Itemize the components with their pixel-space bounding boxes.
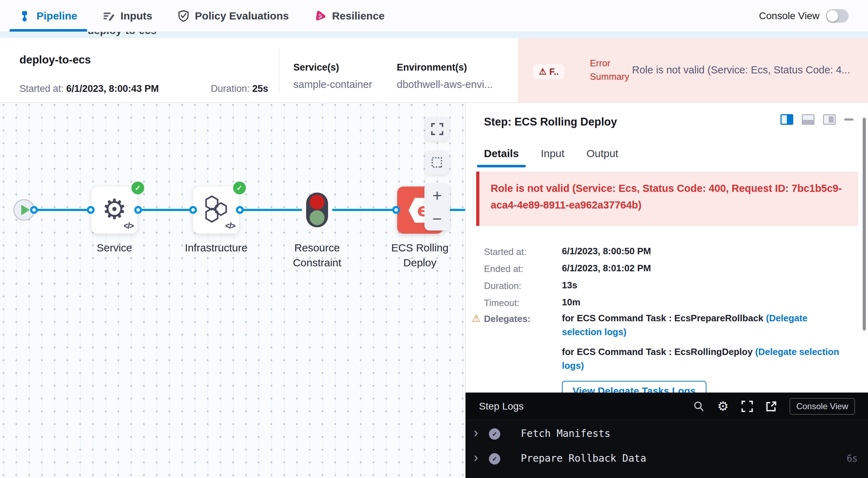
gear-icon: ⚙ <box>717 400 728 413</box>
node-infrastructure-label: Infrastructure <box>175 240 257 255</box>
pipeline-canvas[interactable]: ⚙ </> ✓ Service </> ✓ Infrastructure Res… <box>0 103 465 478</box>
status-badge: ⚠ F.. <box>533 64 564 79</box>
top-navigation: Pipeline Inputs Policy Evaluations Resil… <box>0 0 868 32</box>
external-link-icon <box>766 401 777 412</box>
clipped-page-title: deploy-to-ecs <box>88 32 157 37</box>
console-view-control: Console View <box>759 9 849 23</box>
environments-label: Environment(s) <box>397 62 493 73</box>
log-step-name: Prepare Rollback Data <box>521 452 646 464</box>
services-label: Service(s) <box>293 62 372 73</box>
delegate-entry: for ECS Command Task : EcsPrepareRollbac… <box>562 311 842 339</box>
node-infrastructure[interactable]: </> <box>193 187 239 234</box>
toggle-knob <box>827 10 838 22</box>
log-row-prepare-rollback-data[interactable]: › ✓ Prepare Rollback Data 6s <box>466 450 868 467</box>
node-resource-constraint[interactable] <box>306 193 328 227</box>
step-panel-tabs: Details Input Output <box>484 148 618 167</box>
edge-infrastructure-resource <box>240 209 302 211</box>
duration-value: 25s <box>252 83 268 94</box>
infrastructure-hexagons-icon <box>201 194 231 224</box>
console-view-toggle[interactable] <box>826 9 849 23</box>
zoom-in-button[interactable]: + <box>433 187 442 204</box>
chevron-right-icon[interactable]: › <box>474 426 478 439</box>
log-step-duration: 6s <box>847 453 858 464</box>
tab-output[interactable]: Output <box>586 148 618 167</box>
duration-label: Duration: <box>211 83 252 94</box>
step-panel-title: Step: ECS Rolling Deploy <box>484 116 617 128</box>
log-step-name: Fetch Manifests <box>521 428 610 439</box>
play-icon <box>21 205 30 215</box>
panel-layout-controls <box>780 114 853 125</box>
field-timeout-value: 10m <box>562 297 580 308</box>
tab-inputs[interactable]: Inputs <box>103 0 152 32</box>
pipeline-name: deploy-to-ecs <box>19 54 91 66</box>
delegate-entry: for ECS Command Task : EcsRollingDeploy … <box>562 345 842 373</box>
port-infrastructure-out[interactable] <box>236 206 244 214</box>
traffic-light-red <box>310 195 325 210</box>
tab-input[interactable]: Input <box>541 148 564 167</box>
environments-value[interactable]: dbothwell-aws-envi... <box>397 79 493 90</box>
port-infrastructure-in[interactable] <box>189 206 197 214</box>
infrastructure-success-badge: ✓ <box>233 182 246 194</box>
field-ended-at-label: Ended at: <box>484 263 523 274</box>
port-service-in[interactable] <box>87 206 95 214</box>
field-duration-label: Duration: <box>484 280 522 291</box>
failed-warning-icon: ⚠ <box>539 67 547 77</box>
canvas-select-button[interactable] <box>425 151 449 174</box>
node-resource-constraint-label: Resource Constraint <box>276 240 358 270</box>
layout-bottom-panel-icon[interactable] <box>802 114 815 125</box>
logs-console-view-button[interactable]: Console View <box>790 398 855 415</box>
zoom-out-button[interactable]: − <box>433 211 442 227</box>
field-started-at-value: 6/1/2023, 8:00:50 PM <box>562 246 651 257</box>
logs-settings-button[interactable]: ⚙ <box>717 400 728 413</box>
nav-tabs: Pipeline Inputs Policy Evaluations Resil… <box>19 0 385 32</box>
status-badge-text: F.. <box>549 67 559 77</box>
field-started-at-label: Started at: <box>484 246 526 257</box>
field-timeout-label: Timeout: <box>484 298 519 309</box>
tab-inputs-label: Inputs <box>120 10 152 22</box>
tab-policy-evaluations[interactable]: Policy Evaluations <box>178 0 289 32</box>
services-value[interactable]: sample-container <box>293 79 372 90</box>
log-row-fetch-manifests[interactable]: › ✓ Fetch Manifests <box>466 425 868 442</box>
error-summary-text: Role is not valid (Service: Ecs, Status … <box>632 64 862 76</box>
tab-resilience[interactable]: Resilience <box>314 0 384 32</box>
resilience-icon <box>314 10 326 22</box>
logs-open-external-button[interactable] <box>766 401 777 412</box>
edge-start-service <box>34 209 91 211</box>
field-delegates-label: Delegates: <box>484 313 531 324</box>
started-at-value: 6/1/2023, 8:00:43 PM <box>66 83 159 94</box>
logs-fullscreen-button[interactable] <box>742 401 753 412</box>
scrolled-content-strip: deploy-to-ecs <box>0 32 868 38</box>
canvas-fullscreen-button[interactable] <box>425 117 449 141</box>
log-success-icon: ✓ <box>489 428 500 440</box>
node-service[interactable]: ⚙ </> <box>91 187 137 234</box>
services-block: Service(s) sample-container <box>293 62 372 90</box>
layout-floating-panel-icon[interactable] <box>823 114 836 125</box>
delegate-entry-text: for ECS Command Task : EcsPrepareRollbac… <box>562 313 766 323</box>
execution-header: deploy-to-ecs Started at: 6/1/2023, 8:00… <box>0 38 868 103</box>
traffic-light-green <box>310 210 325 225</box>
service-success-badge: ✓ <box>131 182 144 194</box>
search-icon <box>693 401 704 412</box>
tab-pipeline-label: Pipeline <box>36 10 77 22</box>
tab-details[interactable]: Details <box>484 148 519 167</box>
pipeline-icon <box>19 10 31 22</box>
marquee-select-icon <box>431 157 443 169</box>
inputs-icon <box>103 10 115 22</box>
tab-pipeline[interactable]: Pipeline <box>19 0 77 32</box>
logs-search-button[interactable] <box>693 401 704 412</box>
delegate-entry-text: for ECS Command Task : EcsRollingDeploy <box>562 346 755 357</box>
step-logs-title: Step Logs <box>479 401 524 412</box>
port-service-out[interactable] <box>134 206 142 214</box>
port-start-out[interactable] <box>30 206 38 214</box>
header-divider <box>279 49 280 93</box>
policy-shield-icon <box>178 10 189 22</box>
step-logs-header: Step Logs ⚙ Console View <box>466 393 868 420</box>
node-ecs-rolling-deploy-label: ECS Rolling Deploy <box>379 240 461 270</box>
port-ecs-in[interactable] <box>392 206 400 214</box>
layout-right-panel-icon[interactable] <box>780 114 793 125</box>
field-duration-value: 13s <box>562 280 577 291</box>
minimize-panel-icon[interactable] <box>844 118 853 121</box>
panel-scrollbar[interactable] <box>863 118 866 330</box>
chevron-right-icon[interactable]: › <box>474 451 478 464</box>
step-logs-section: Step Logs ⚙ Console View › ✓ Fetch Manif… <box>466 393 868 478</box>
